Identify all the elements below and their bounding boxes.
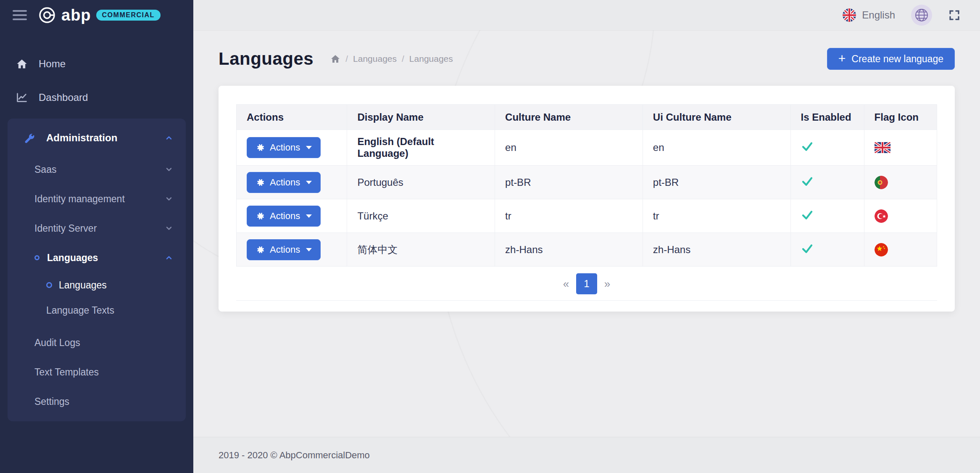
display-name-cell: Português: [347, 166, 495, 199]
check-icon: [801, 140, 814, 153]
gear-icon: [256, 143, 265, 152]
logo-commercial-badge: COMMERCIAL: [96, 10, 161, 21]
ui-culture-name-cell: zh-Hans: [643, 233, 790, 267]
sidebar-item-label: Identity management: [34, 193, 125, 205]
languages-table-card: Actions Display Name Culture Name Ui Cul…: [219, 86, 955, 312]
create-button-label: Create new language: [851, 53, 943, 65]
flag-cell: [864, 166, 937, 199]
col-header-ui-culture-name: Ui Culture Name: [643, 105, 790, 130]
culture-name-cell: tr: [495, 199, 643, 233]
china-flag-icon: [875, 243, 888, 256]
table-row: Actions Türkçe tr tr: [237, 199, 937, 233]
sidebar-item-language-texts[interactable]: Language Texts: [8, 298, 186, 323]
breadcrumb-link[interactable]: Languages: [409, 54, 453, 64]
dashboard-chart-icon: [15, 92, 29, 103]
sidebar-item-dashboard[interactable]: Dashboard: [0, 81, 193, 114]
actions-label: Actions: [270, 244, 300, 255]
check-icon: [801, 242, 814, 255]
page-content: Languages / Languages / Languages + Crea…: [193, 30, 980, 437]
create-new-language-button[interactable]: + Create new language: [827, 48, 955, 70]
menu-toggle-icon[interactable]: [13, 10, 27, 20]
actions-dropdown-button[interactable]: Actions: [247, 239, 321, 260]
gear-icon: [256, 245, 265, 254]
culture-name-cell: en: [495, 130, 643, 166]
col-header-culture-name: Culture Name: [495, 105, 643, 130]
culture-name-cell: pt-BR: [495, 166, 643, 199]
sidebar-item-label: Languages: [59, 280, 107, 291]
flag-cell: [864, 199, 937, 233]
chevron-down-icon: [165, 165, 173, 174]
sidebar-item-label: Identity Server: [34, 223, 97, 234]
pagination-prev[interactable]: «: [556, 273, 576, 294]
pagination-page-1[interactable]: 1: [576, 273, 597, 294]
sidebar-item-label: Text Templates: [34, 367, 99, 378]
breadcrumb-home-icon[interactable]: [330, 54, 340, 64]
language-switcher[interactable]: English: [843, 8, 895, 22]
gear-icon: [256, 178, 265, 187]
uk-flag-icon: [843, 8, 856, 22]
languages-table: Actions Display Name Culture Name Ui Cul…: [236, 104, 937, 267]
is-enabled-cell: [790, 199, 864, 233]
plus-icon: +: [838, 52, 846, 65]
sidebar-item-text-templates[interactable]: Text Templates: [8, 357, 186, 387]
caret-down-icon: [306, 214, 312, 218]
ui-culture-name-cell: en: [643, 130, 790, 166]
sidebar-item-identity-management[interactable]: Identity management: [8, 184, 186, 214]
caret-down-icon: [306, 146, 312, 149]
sidebar-item-languages[interactable]: Languages: [8, 243, 186, 272]
flag-cell: [864, 130, 937, 166]
actions-dropdown-button[interactable]: Actions: [247, 206, 321, 227]
display-name-cell: 简体中文: [347, 233, 495, 267]
is-enabled-cell: [790, 233, 864, 267]
actions-label: Actions: [270, 177, 300, 188]
sidebar-item-label: Saas: [34, 164, 56, 175]
sidebar-item-audit-logs[interactable]: Audit Logs: [8, 328, 186, 357]
actions-dropdown-button[interactable]: Actions: [247, 172, 321, 193]
sidebar-item-saas[interactable]: Saas: [8, 155, 186, 184]
breadcrumb-link[interactable]: Languages: [353, 54, 397, 64]
sidebar-nav: Home Dashboard: [0, 30, 193, 421]
ui-culture-name-cell: pt-BR: [643, 166, 790, 199]
table-row: Actions 简体中文 zh-Hans zh-Hans: [237, 233, 937, 267]
footer: 2019 - 2020 © AbpCommercialDemo: [193, 437, 980, 473]
sidebar-item-label: Home: [39, 58, 66, 70]
sidebar-item-label: Audit Logs: [34, 337, 80, 349]
pagination-next[interactable]: »: [597, 273, 617, 294]
actions-label: Actions: [270, 211, 300, 222]
sidebar-item-identity-server[interactable]: Identity Server: [8, 214, 186, 243]
actions-label: Actions: [270, 142, 300, 153]
sidebar-item-administration[interactable]: Administration: [8, 121, 186, 155]
breadcrumb-separator: /: [402, 54, 404, 64]
sidebar-header: abp COMMERCIAL: [0, 0, 193, 30]
check-icon: [801, 175, 814, 188]
table-row: Actions English (Default Language) en en: [237, 130, 937, 166]
fullscreen-icon[interactable]: [948, 9, 961, 21]
uk-flag-icon: [875, 142, 890, 153]
culture-name-cell: zh-Hans: [495, 233, 643, 267]
main-area: English Languages: [193, 0, 980, 473]
chevron-up-icon: [165, 134, 173, 142]
flag-cell: [864, 233, 937, 267]
logo-text: abp: [61, 6, 91, 24]
table-header-row: Actions Display Name Culture Name Ui Cul…: [237, 105, 937, 130]
sidebar-item-languages-languages[interactable]: Languages: [8, 272, 186, 298]
page-header: Languages / Languages / Languages + Crea…: [219, 48, 955, 70]
active-bullet-icon: [46, 282, 52, 288]
table-row: Actions Português pt-BR pt-BR: [237, 166, 937, 199]
chevron-down-icon: [165, 224, 173, 233]
actions-dropdown-button[interactable]: Actions: [247, 137, 321, 158]
sidebar-item-settings[interactable]: Settings: [8, 387, 186, 416]
sidebar-item-home[interactable]: Home: [0, 47, 193, 81]
is-enabled-cell: [790, 166, 864, 199]
display-name-cell: English (Default Language): [347, 130, 495, 166]
caret-down-icon: [306, 248, 312, 251]
sidebar-item-label: Languages: [47, 252, 98, 264]
abp-logo-icon: [38, 6, 56, 24]
user-avatar[interactable]: [911, 5, 932, 26]
sidebar-item-label: Administration: [46, 132, 117, 144]
home-icon: [15, 58, 29, 70]
portugal-flag-icon: [875, 176, 888, 189]
is-enabled-cell: [790, 130, 864, 166]
col-header-actions: Actions: [237, 105, 347, 130]
topbar: English: [193, 0, 980, 30]
